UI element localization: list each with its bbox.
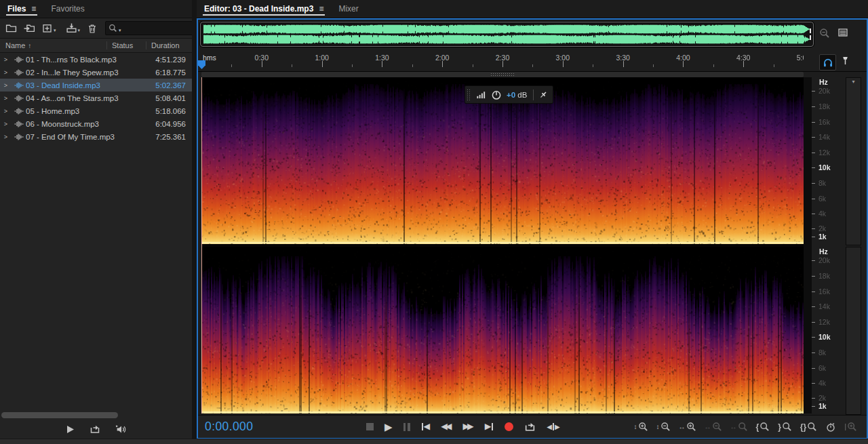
table-row[interactable]: > 06 - Moonstruck.mp3 6:04.956	[0, 117, 192, 130]
table-row[interactable]: > 01 - Th...rns To Black.mp3 4:51.239	[0, 53, 192, 66]
spectrogram-right-channel[interactable]	[201, 247, 804, 413]
open-file-button[interactable]	[3, 21, 19, 35]
table-row[interactable]: > 05 - Home.mp3 5:18.066	[0, 104, 192, 117]
fast-forward-button[interactable]: ▶▶	[462, 422, 473, 431]
editor-layout-icon[interactable]	[837, 27, 848, 38]
file-name: 06 - Moonstruck.mp3	[26, 120, 141, 128]
frequency-tick	[812, 352, 815, 353]
hud-drag-grip[interactable]	[467, 89, 471, 101]
frequency-tick	[812, 91, 815, 92]
zoom-to-selection-button[interactable]: {}	[800, 422, 817, 432]
tab-mixer[interactable]: Mixer	[331, 0, 366, 18]
chevron-down-icon: ▾	[119, 28, 121, 33]
frequency-label: 10k	[818, 333, 831, 341]
zoom-reset-button[interactable]: ↔	[730, 422, 748, 432]
zoom-out-time-button[interactable]: ↔	[705, 422, 722, 432]
scroll-up-icon[interactable]: ▾	[846, 78, 861, 85]
table-row[interactable]: > 03 - Dead Inside.mp3 5:02.367	[0, 79, 192, 92]
files-toolbar: ▾ ▾ ▾	[0, 18, 192, 38]
timeline-ruler[interactable]: hms 0:301:001:302:002:303:003:304:004:30…	[198, 52, 867, 72]
gain-value[interactable]: +0	[507, 91, 515, 99]
insert-into-multitrack-button[interactable]: ▾	[64, 21, 83, 35]
waveform-file-icon	[12, 121, 26, 127]
column-name[interactable]: Name↑	[0, 41, 106, 49]
rewind-button[interactable]: ◀◀	[441, 422, 452, 431]
tab-mixer-label: Mixer	[338, 4, 358, 14]
panel-menu-icon[interactable]: ≡	[31, 4, 36, 14]
chevron-right-icon[interactable]: >	[0, 56, 12, 63]
tab-files[interactable]: Files ≡	[0, 0, 43, 18]
overview-range-handle[interactable]	[810, 35, 811, 40]
delete-button[interactable]	[85, 21, 100, 35]
preview-play-button[interactable]	[64, 422, 77, 437]
rewind-icon: ◀◀	[441, 422, 450, 431]
ruler-tick-minor	[292, 64, 292, 67]
pause-button[interactable]	[403, 423, 410, 431]
column-duration[interactable]: Duration	[146, 41, 192, 49]
zoom-in-amplitude-button[interactable]: ↕	[634, 422, 648, 432]
chevron-right-icon[interactable]: >	[0, 121, 12, 127]
frequency-label: 2k	[818, 394, 826, 402]
table-row[interactable]: > 02 - In...le They Spew.mp3 6:18.775	[0, 66, 192, 79]
column-status[interactable]: Status	[106, 41, 146, 49]
zoom-to-out-point-button[interactable]: }	[778, 422, 792, 432]
ruler-tick-minor	[774, 64, 774, 67]
table-row[interactable]: > 04 - As...on The Stars.mp3 5:08.401	[0, 92, 192, 104]
pause-icon	[403, 423, 410, 431]
panel-divider[interactable]	[192, 0, 197, 444]
panel-menu-icon[interactable]: ≡	[319, 4, 323, 14]
waveform-overview[interactable]	[200, 22, 814, 47]
zoom-to-in-point-button[interactable]: {	[756, 422, 770, 432]
fast-forward-icon: ▶▶	[462, 422, 471, 431]
chevron-right-icon[interactable]: >	[0, 108, 12, 115]
frequency-unit-label: Hz	[819, 247, 828, 256]
chevron-right-icon[interactable]: >	[0, 95, 12, 102]
auto-play-button[interactable]	[113, 422, 129, 437]
zoom-full-button[interactable]: |	[844, 422, 857, 432]
new-item-button[interactable]: ▾	[40, 21, 58, 35]
gain-knob-icon[interactable]	[491, 89, 502, 100]
zoom-timer-button[interactable]	[825, 422, 836, 432]
zoom-in-time-button[interactable]: ↔	[679, 422, 696, 432]
ruler-tick-minor	[412, 64, 413, 67]
horizontal-scrollbar[interactable]	[1, 412, 118, 418]
loop-preview-button[interactable]	[87, 422, 102, 437]
add-marker-button[interactable]	[840, 56, 850, 66]
stop-button[interactable]	[366, 423, 374, 430]
chevron-right-icon[interactable]: >	[0, 82, 12, 89]
overview-waveform-canvas[interactable]	[201, 23, 812, 45]
gain-hud[interactable]: +0 dB	[465, 85, 553, 104]
playhead-line	[201, 77, 202, 413]
play-button[interactable]: ▶	[384, 422, 393, 432]
zoom-reset-icon[interactable]	[819, 28, 830, 39]
time-display[interactable]: 0:00.000	[205, 420, 366, 434]
frequency-tick	[812, 306, 815, 307]
skip-to-end-button[interactable]: ▶	[485, 422, 494, 431]
vertical-zoom-scrollbar[interactable]: ▾	[846, 77, 861, 245]
zoom-controls: ↕ ↕ ↔ ↔ ↔ { } {} |	[634, 422, 858, 432]
frequency-tick	[812, 106, 815, 107]
loop-playback-button[interactable]	[524, 421, 536, 432]
divider	[533, 89, 534, 100]
zoom-navigation-bar[interactable]	[201, 72, 804, 77]
frequency-tick	[812, 260, 815, 261]
import-file-button[interactable]	[22, 21, 37, 35]
pin-hud-icon[interactable]	[538, 90, 548, 100]
file-name: 01 - Th...rns To Black.mp3	[26, 56, 141, 64]
skip-to-start-button[interactable]: ◀	[421, 422, 431, 431]
chevron-right-icon[interactable]: >	[0, 134, 12, 140]
ruler-tick	[322, 61, 323, 67]
skip-selection-button[interactable]: ◀▶	[547, 423, 559, 430]
table-row[interactable]: > 07 - End Of My Time.mp3 7:25.361	[0, 130, 192, 143]
chevron-right-icon[interactable]: >	[0, 69, 12, 76]
overview-range-handle[interactable]	[810, 28, 811, 33]
zoom-out-amplitude-button[interactable]: ↕	[656, 422, 671, 432]
monitor-headphones-button[interactable]	[819, 54, 836, 70]
tab-favorites[interactable]: Favorites	[43, 0, 92, 18]
vertical-zoom-scrollbar[interactable]	[846, 247, 861, 415]
file-list: > 01 - Th...rns To Black.mp3 4:51.239 > …	[0, 53, 192, 409]
record-button[interactable]	[505, 422, 513, 431]
ruler-tick-minor	[352, 64, 353, 67]
tab-editor[interactable]: Editor: 03 - Dead Inside.mp3 ≡	[197, 0, 331, 18]
drag-handle[interactable]	[490, 73, 515, 77]
